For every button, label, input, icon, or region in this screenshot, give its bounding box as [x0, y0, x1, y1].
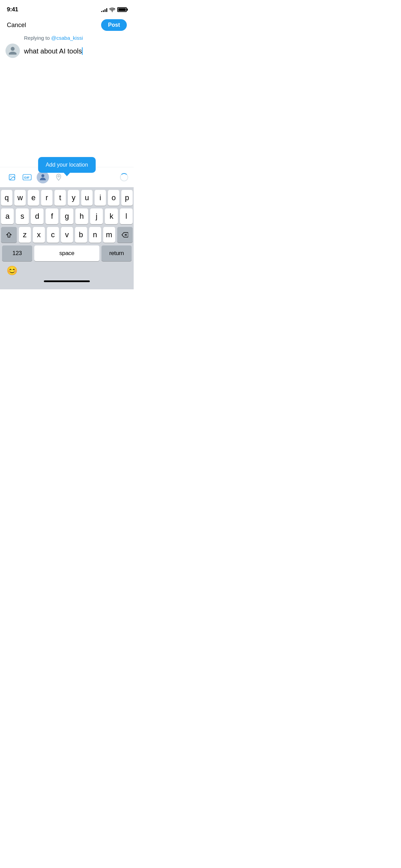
- key-e[interactable]: e: [28, 190, 39, 206]
- key-r[interactable]: r: [41, 190, 52, 206]
- key-delete[interactable]: [117, 227, 133, 243]
- compose-input[interactable]: what about AI tools: [24, 44, 128, 57]
- key-m[interactable]: m: [103, 227, 115, 243]
- key-n[interactable]: n: [89, 227, 101, 243]
- key-v[interactable]: v: [61, 227, 73, 243]
- keyboard-row-3: z x c v b n m: [1, 227, 133, 243]
- key-c[interactable]: c: [47, 227, 59, 243]
- key-w[interactable]: w: [14, 190, 26, 206]
- key-numbers[interactable]: 123: [2, 245, 32, 261]
- location-tooltip: Add your location: [38, 157, 96, 173]
- key-i[interactable]: i: [95, 190, 106, 206]
- replying-to-text: Replying to @csaba_kissi: [24, 35, 83, 41]
- key-l[interactable]: l: [120, 208, 133, 224]
- key-g[interactable]: g: [60, 208, 73, 224]
- key-return[interactable]: return: [101, 245, 132, 261]
- wifi-icon: [109, 8, 115, 12]
- replying-to-row: Replying to @csaba_kissi: [0, 35, 134, 41]
- key-z[interactable]: z: [19, 227, 31, 243]
- reply-handle[interactable]: @csaba_kissi: [51, 35, 83, 41]
- audience-icon: [38, 173, 47, 182]
- gif-button[interactable]: GIF: [21, 171, 34, 184]
- keyboard-row-2: a s d f g h j k l: [1, 208, 133, 224]
- keyboard[interactable]: q w e r t y u i o p a s d f g h j k l: [0, 187, 134, 289]
- gif-icon: GIF: [23, 173, 32, 181]
- photo-icon: [8, 173, 16, 181]
- cancel-button[interactable]: Cancel: [7, 22, 26, 29]
- key-o[interactable]: o: [108, 190, 119, 206]
- post-button[interactable]: Post: [101, 19, 127, 31]
- svg-point-4: [41, 174, 45, 177]
- location-icon: [55, 173, 62, 181]
- image-button[interactable]: [5, 171, 19, 184]
- key-b[interactable]: b: [75, 227, 87, 243]
- key-shift[interactable]: [1, 227, 17, 243]
- key-y[interactable]: y: [68, 190, 79, 206]
- avatar: [5, 44, 20, 58]
- home-indicator: [44, 280, 90, 282]
- signal-icon: [101, 8, 107, 12]
- key-a[interactable]: a: [1, 208, 14, 224]
- compose-area: what about AI tools: [0, 44, 134, 58]
- key-d[interactable]: d: [31, 208, 44, 224]
- status-icons: [101, 7, 127, 12]
- key-x[interactable]: x: [33, 227, 45, 243]
- emoji-button[interactable]: 😊: [5, 264, 19, 277]
- nav-bar: Cancel Post: [0, 16, 134, 35]
- keyboard-row-4: 123 space return: [1, 245, 133, 261]
- keyboard-row-1: q w e r t y u i o p: [1, 190, 133, 206]
- key-j[interactable]: j: [90, 208, 103, 224]
- loading-spinner: [120, 173, 128, 181]
- keyboard-bottom: 😊: [0, 261, 134, 280]
- key-space[interactable]: space: [34, 245, 99, 261]
- key-f[interactable]: f: [46, 208, 58, 224]
- key-p[interactable]: p: [121, 190, 133, 206]
- key-t[interactable]: t: [54, 190, 66, 206]
- key-s[interactable]: s: [16, 208, 28, 224]
- status-time: 9:41: [7, 6, 18, 13]
- battery-icon: [117, 7, 127, 12]
- key-u[interactable]: u: [81, 190, 93, 206]
- svg-point-5: [58, 176, 60, 177]
- key-h[interactable]: h: [75, 208, 88, 224]
- key-k[interactable]: k: [105, 208, 118, 224]
- status-bar: 9:41: [0, 0, 134, 16]
- key-q[interactable]: q: [1, 190, 12, 206]
- svg-text:GIF: GIF: [24, 176, 29, 179]
- svg-point-1: [10, 176, 11, 177]
